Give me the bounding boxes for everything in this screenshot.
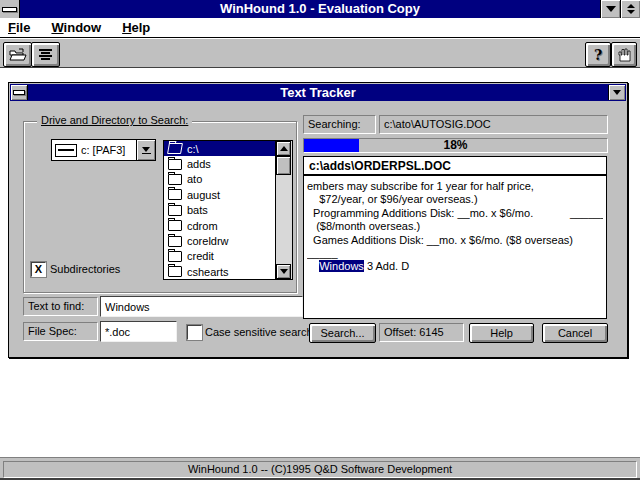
directory-item[interactable]: credit xyxy=(164,249,276,264)
match-preview-box: c:\adds\ORDERPSL.DOC embers may subscrib… xyxy=(303,156,607,319)
subdirectories-label: Subdirectories xyxy=(50,263,120,275)
case-sensitive-label: Case sensitive search xyxy=(205,326,313,338)
folder-icon xyxy=(168,236,182,247)
dropdown-arrow-icon xyxy=(142,147,150,152)
dialog-system-menu-icon xyxy=(13,90,25,95)
search-button[interactable]: Search... xyxy=(309,323,376,343)
open-folder-icon xyxy=(167,143,183,154)
subdirectories-checkbox[interactable]: X xyxy=(31,262,46,277)
menu-window[interactable]: Window xyxy=(51,20,112,35)
drive-combobox-dropdown-button[interactable] xyxy=(136,140,155,160)
offset-value: Offset: 6145 xyxy=(379,323,464,342)
cancel-button[interactable]: Cancel xyxy=(542,323,608,343)
hand-icon xyxy=(617,48,631,62)
scroll-down-button[interactable] xyxy=(276,264,291,279)
menu-help[interactable]: Help xyxy=(122,20,161,35)
folder-icon xyxy=(168,220,182,231)
dropdown-arrow-underline xyxy=(142,153,151,154)
text-lines-icon xyxy=(39,49,52,60)
case-sensitive-checkbox[interactable] xyxy=(187,325,202,340)
menu-file[interactable]: File xyxy=(8,20,41,35)
progress-percent-label: 18% xyxy=(304,139,607,152)
dialog-minimize-icon xyxy=(613,90,621,95)
folder-icon xyxy=(168,251,182,262)
directory-item[interactable]: bats xyxy=(164,203,276,218)
directory-item[interactable]: august xyxy=(164,187,276,202)
caption-buttons xyxy=(600,0,640,18)
minimize-icon xyxy=(606,6,616,12)
open-file-button[interactable] xyxy=(3,42,32,67)
searching-label: Searching: xyxy=(303,115,376,134)
searching-value: c:\ato\AUTOSIG.DOC xyxy=(379,115,608,134)
scroll-down-icon xyxy=(280,269,288,274)
screen: WinHound 1.0 - Evaluation Copy File Wind… xyxy=(0,0,640,480)
status-bar: WinHound 1.0 -- (C)1995 Q&D Software Dev… xyxy=(0,457,640,480)
directory-item[interactable]: coreldrw xyxy=(164,233,276,248)
match-file-path: c:\adds\ORDERPSL.DOC xyxy=(304,157,606,176)
help-button[interactable]: Help xyxy=(469,323,534,343)
text-to-find-input[interactable] xyxy=(100,296,303,317)
folder-icon xyxy=(168,174,182,185)
directory-item[interactable]: ato xyxy=(164,172,276,187)
main-window-title: WinHound 1.0 - Evaluation Copy xyxy=(0,0,640,18)
toolbar: ? xyxy=(0,39,640,68)
directory-item[interactable]: adds xyxy=(164,156,276,171)
main-window-titlebar: WinHound 1.0 - Evaluation Copy xyxy=(0,0,640,18)
scrollbar-thumb[interactable] xyxy=(276,156,291,175)
status-text: WinHound 1.0 -- (C)1995 Q&D Software Dev… xyxy=(3,461,637,478)
directory-item[interactable]: c:\ xyxy=(164,141,276,156)
file-spec-input[interactable] xyxy=(100,321,177,342)
scroll-up-icon xyxy=(280,146,288,151)
restore-up-icon xyxy=(627,4,635,8)
drive-icon xyxy=(55,144,77,157)
text-to-find-label: Text to find: xyxy=(23,297,98,316)
minimize-button[interactable] xyxy=(600,0,620,18)
dialog-minimize-button[interactable] xyxy=(608,85,625,100)
report-button[interactable] xyxy=(31,42,60,67)
folder-icon xyxy=(168,159,182,170)
help-tool-button[interactable]: ? xyxy=(585,42,611,67)
dialog-title: Text Tracker xyxy=(10,84,626,101)
directory-list-items: c:\ adds ato august bats cdrom coreldrw … xyxy=(164,141,276,279)
folder-icon xyxy=(168,205,182,216)
restore-button[interactable] xyxy=(620,0,640,18)
dialog-system-menu-button[interactable] xyxy=(11,85,28,100)
menu-bar: File Window Help xyxy=(0,18,640,38)
groupbox-label: Drive and Directory to Search: xyxy=(37,114,192,126)
open-folder-icon xyxy=(9,48,27,62)
dialog-titlebar: Text Tracker xyxy=(10,84,626,101)
directory-item[interactable]: cshearts xyxy=(164,264,276,279)
directory-item[interactable]: cdrom xyxy=(164,218,276,233)
folder-icon xyxy=(168,189,182,200)
text-tracker-dialog: Text Tracker Drive and Directory to Sear… xyxy=(8,82,628,358)
directory-scrollbar[interactable] xyxy=(275,141,292,279)
drive-combobox-field: c: [PAF3] xyxy=(52,140,136,160)
question-mark-icon: ? xyxy=(594,48,602,62)
search-hit-highlight: Windows xyxy=(319,260,364,272)
stop-tool-button[interactable] xyxy=(611,42,637,67)
drive-combobox[interactable]: c: [PAF3] xyxy=(51,139,156,161)
folder-icon xyxy=(168,266,182,277)
restore-down-icon xyxy=(627,10,635,14)
progress-bar: 18% xyxy=(303,138,608,153)
file-spec-label: File Spec: xyxy=(23,322,98,341)
drive-combobox-value: c: [PAF3] xyxy=(81,144,125,156)
directory-listbox: c:\ adds ato august bats cdrom coreldrw … xyxy=(163,140,293,280)
scroll-up-button[interactable] xyxy=(276,141,291,156)
hit-line: Windows 3 Add. D xyxy=(307,260,603,273)
match-preview-text: embers may subscribe for 1 year for half… xyxy=(304,176,606,278)
